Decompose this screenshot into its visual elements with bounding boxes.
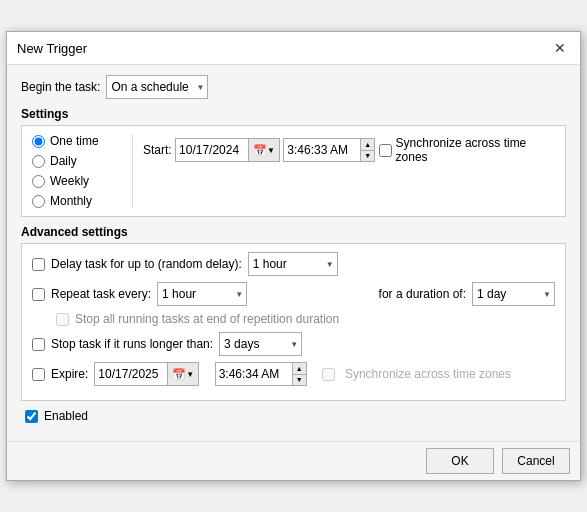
expire-row: Expire: 📅 ▼ ▲ ▼ bbox=[32, 362, 555, 386]
ok-button[interactable]: OK bbox=[426, 448, 494, 474]
stop-longer-select[interactable]: 3 days 30 minutes 1 hour 2 hours 4 hours… bbox=[219, 332, 302, 356]
stop-running-row: Stop all running tasks at end of repetit… bbox=[56, 312, 555, 326]
expire-calendar-icon: 📅 bbox=[172, 368, 186, 381]
duration-select[interactable]: 1 day 15 minutes 30 minutes 1 hour 12 ho… bbox=[472, 282, 555, 306]
expire-date-input[interactable] bbox=[95, 363, 167, 385]
stop-running-label: Stop all running tasks at end of repetit… bbox=[75, 312, 339, 326]
radio-weekly-label: Weekly bbox=[50, 174, 89, 188]
title-bar: New Trigger ✕ bbox=[7, 32, 580, 65]
stop-longer-row: Stop task if it runs longer than: 3 days… bbox=[32, 332, 555, 356]
radio-daily-label: Daily bbox=[50, 154, 77, 168]
calendar-chevron: ▼ bbox=[267, 146, 275, 155]
radio-one-time: One time bbox=[32, 134, 122, 148]
enabled-row: Enabled bbox=[21, 409, 566, 423]
start-panel: Start: 📅 ▼ bbox=[143, 134, 555, 208]
start-time-input[interactable] bbox=[284, 139, 360, 161]
start-label: Start: bbox=[143, 143, 172, 157]
delay-task-label: Delay task for up to (random delay): bbox=[51, 257, 242, 271]
delay-task-select[interactable]: 1 hour 30 minutes 2 hours 4 hours 8 hour… bbox=[248, 252, 338, 276]
start-time-up-button[interactable]: ▲ bbox=[361, 139, 374, 151]
duration-label: for a duration of: bbox=[379, 287, 466, 301]
expire-date-picker-button[interactable]: 📅 ▼ bbox=[167, 363, 198, 385]
expire-label: Expire: bbox=[51, 367, 88, 381]
start-date-input[interactable] bbox=[176, 139, 248, 161]
stop-longer-select-wrap: 3 days 30 minutes 1 hour 2 hours 4 hours… bbox=[219, 332, 302, 356]
cancel-button[interactable]: Cancel bbox=[502, 448, 570, 474]
expire-time-input-wrap: ▲ ▼ bbox=[215, 362, 307, 386]
radio-daily: Daily bbox=[32, 154, 122, 168]
expire-time-spinner: ▲ ▼ bbox=[292, 363, 306, 385]
stop-longer-checkbox[interactable] bbox=[32, 338, 45, 351]
radio-one-time-input[interactable] bbox=[32, 135, 45, 148]
repeat-task-select[interactable]: 1 hour 5 minutes 10 minutes 15 minutes 3… bbox=[157, 282, 247, 306]
button-row: OK Cancel bbox=[7, 441, 580, 480]
dialog-title: New Trigger bbox=[17, 41, 87, 56]
repeat-task-row: Repeat task every: 1 hour 5 minutes 10 m… bbox=[32, 282, 555, 306]
start-date-input-wrap: 📅 ▼ bbox=[175, 138, 280, 162]
delay-task-row: Delay task for up to (random delay): 1 h… bbox=[32, 252, 555, 276]
start-time-down-button[interactable]: ▼ bbox=[361, 151, 374, 162]
repeat-task-label: Repeat task every: bbox=[51, 287, 151, 301]
start-date-picker-button[interactable]: 📅 ▼ bbox=[248, 139, 279, 161]
delay-task-select-wrap: 1 hour 30 minutes 2 hours 4 hours 8 hour… bbox=[248, 252, 338, 276]
settings-section-label: Settings bbox=[21, 107, 566, 121]
begin-task-label: Begin the task: bbox=[21, 80, 100, 94]
expire-calendar-chevron: ▼ bbox=[186, 370, 194, 379]
expire-checkbox[interactable] bbox=[32, 368, 45, 381]
radio-weekly: Weekly bbox=[32, 174, 122, 188]
expire-sync-label: Synchronize across time zones bbox=[345, 367, 511, 381]
start-time-input-wrap: ▲ ▼ bbox=[283, 138, 375, 162]
start-sync-label: Synchronize across time zones bbox=[396, 136, 555, 164]
expire-time-input[interactable] bbox=[216, 363, 292, 385]
radio-monthly-input[interactable] bbox=[32, 195, 45, 208]
settings-divider bbox=[132, 134, 133, 208]
advanced-settings-box: Delay task for up to (random delay): 1 h… bbox=[21, 243, 566, 401]
stop-longer-label: Stop task if it runs longer than: bbox=[51, 337, 213, 351]
calendar-icon: 📅 bbox=[253, 144, 267, 157]
enabled-checkbox[interactable] bbox=[25, 410, 38, 423]
start-row: Start: 📅 ▼ bbox=[143, 136, 555, 164]
start-time-spinner: ▲ ▼ bbox=[360, 139, 374, 161]
expire-date-input-wrap: 📅 ▼ bbox=[94, 362, 199, 386]
radio-weekly-input[interactable] bbox=[32, 175, 45, 188]
repeat-task-select-wrap: 1 hour 5 minutes 10 minutes 15 minutes 3… bbox=[157, 282, 247, 306]
settings-box: One time Daily Weekly Monthly bbox=[21, 125, 566, 217]
repeat-task-checkbox[interactable] bbox=[32, 288, 45, 301]
expire-time-up-button[interactable]: ▲ bbox=[293, 363, 306, 375]
stop-running-checkbox[interactable] bbox=[56, 313, 69, 326]
start-sync-checkbox[interactable] bbox=[379, 144, 392, 157]
begin-task-select-wrap: On a schedule bbox=[106, 75, 208, 99]
radio-monthly-label: Monthly bbox=[50, 194, 92, 208]
begin-task-row: Begin the task: On a schedule bbox=[21, 75, 566, 99]
radio-one-time-label: One time bbox=[50, 134, 99, 148]
expire-time-down-button[interactable]: ▼ bbox=[293, 375, 306, 386]
advanced-section-label: Advanced settings bbox=[21, 225, 566, 239]
close-button[interactable]: ✕ bbox=[550, 40, 570, 56]
duration-select-wrap: 1 day 15 minutes 30 minutes 1 hour 12 ho… bbox=[472, 282, 555, 306]
delay-task-checkbox[interactable] bbox=[32, 258, 45, 271]
schedule-radio-group: One time Daily Weekly Monthly bbox=[32, 134, 122, 208]
enabled-label: Enabled bbox=[44, 409, 88, 423]
duration-group: for a duration of: 1 day 15 minutes 30 m… bbox=[379, 282, 555, 306]
expire-sync-checkbox[interactable] bbox=[322, 368, 335, 381]
new-trigger-dialog: New Trigger ✕ Begin the task: On a sched… bbox=[6, 31, 581, 481]
begin-task-select[interactable]: On a schedule bbox=[106, 75, 208, 99]
radio-daily-input[interactable] bbox=[32, 155, 45, 168]
radio-monthly: Monthly bbox=[32, 194, 122, 208]
